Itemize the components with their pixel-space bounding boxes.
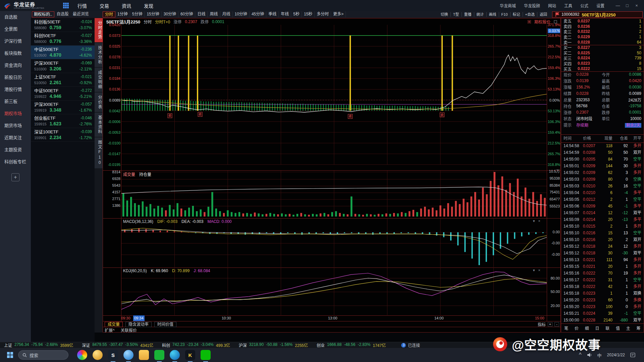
- watchlist-row[interactable]: 科创50ETF-0.0275880000.776-3.36%: [31, 32, 95, 46]
- speaker-icon[interactable]: [587, 353, 592, 357]
- order-book-row[interactable]: 卖二0.02291: [561, 34, 644, 40]
- sidebar-item[interactable]: 板块指数: [0, 47, 31, 59]
- sidebar-item[interactable]: 沪深行情: [0, 35, 31, 47]
- period-button[interactable]: 更多>: [331, 11, 346, 17]
- watchlist-tab[interactable]: 期权标的..: [32, 11, 54, 17]
- panel-tab[interactable]: 笔: [564, 325, 568, 331]
- panel-tab[interactable]: 日: [595, 325, 599, 331]
- top-menu-item[interactable]: 行情: [77, 2, 87, 9]
- sidebar-item[interactable]: 期货市场: [0, 120, 31, 132]
- watchlist-row[interactable]: 沪深300ETF-0.0695103003.206-2.11%: [31, 59, 95, 73]
- panel-tab[interactable]: 细: [585, 325, 589, 331]
- order-book-row[interactable]: 卖三0.02322: [561, 29, 644, 35]
- watchlist-tab[interactable]: 最近浏览: [71, 11, 91, 17]
- windows-start-button[interactable]: [3, 352, 17, 358]
- period-button[interactable]: 30分钟: [162, 11, 178, 17]
- zoom-out-button[interactable]: -: [554, 322, 559, 326]
- period-button[interactable]: 15分钟: [145, 11, 161, 17]
- chart-action-button[interactable]: 统计: [474, 12, 487, 17]
- wechat-icon[interactable]: [201, 350, 211, 360]
- add-section-button[interactable]: +: [11, 173, 19, 181]
- order-book-row[interactable]: 买四0.02238: [561, 61, 644, 66]
- period-button[interactable]: 日线: [195, 11, 208, 17]
- chart-action-button[interactable]: +自选: [523, 12, 537, 17]
- panel-tab[interactable]: 价: [575, 325, 579, 331]
- close-icon[interactable]: ×: [632, 3, 641, 8]
- gold-app-icon[interactable]: [93, 350, 103, 360]
- top-link[interactable]: 工具: [564, 3, 572, 8]
- order-book-row[interactable]: 买五0.022215: [561, 66, 644, 71]
- top-link[interactable]: 华龙投顾: [524, 3, 540, 8]
- browser-icon[interactable]: [123, 350, 133, 360]
- watchlist-row[interactable]: 创业板ETF-0.0461599151.623-2.76%: [31, 114, 95, 128]
- edge-browser-icon[interactable]: [170, 350, 180, 360]
- panel-tab[interactable]: 联: [605, 325, 609, 331]
- period-button[interactable]: 分时: [103, 11, 115, 17]
- indicator-menu-label[interactable]: 指标: [538, 321, 546, 327]
- top-menu-item[interactable]: 发现: [144, 2, 153, 9]
- view-tab[interactable]: 分价表: [95, 93, 103, 112]
- period-button[interactable]: 月线: [220, 11, 233, 17]
- top-link[interactable]: 设置: [596, 3, 604, 8]
- order-book-row[interactable]: 卖一0.022864: [561, 40, 644, 45]
- notification-icon[interactable]: [630, 353, 635, 357]
- watchlist-tab[interactable]: 自选股: [55, 11, 70, 17]
- sidebar-item[interactable]: 资金流向: [0, 59, 31, 71]
- panel-tab[interactable]: 主: [626, 325, 630, 331]
- period-button[interactable]: 15秒: [302, 11, 315, 17]
- period-button[interactable]: 周线: [208, 11, 220, 17]
- sidebar-item[interactable]: 全景图: [0, 23, 31, 35]
- maximize-icon[interactable]: □: [623, 3, 632, 8]
- order-book-row[interactable]: 卖五0.02371: [561, 18, 644, 24]
- period-button[interactable]: 年线: [279, 11, 291, 17]
- view-tab[interactable]: 技术分析: [95, 43, 103, 67]
- sidebar-item[interactable]: 新三板: [0, 96, 31, 108]
- sidebar-item[interactable]: 新股日历: [0, 71, 31, 83]
- expand-tab[interactable]: 扩展^: [105, 327, 115, 333]
- period-button[interactable]: 季线: [266, 11, 279, 17]
- watchlist-row[interactable]: 中证500ETF-0.2721599224.946-5.21%: [31, 87, 95, 101]
- order-book-row[interactable]: 卖四0.02361: [561, 24, 644, 29]
- taskbar-date[interactable]: 2024/1/22: [607, 353, 625, 357]
- watchlist-row[interactable]: 上证50ETF-0.0215100502.261-0.92%: [31, 73, 95, 87]
- chart-action-button[interactable]: 重播: [462, 12, 474, 17]
- sidebar-item[interactable]: 期权市场: [0, 108, 31, 120]
- kline-app-icon[interactable]: K: [185, 350, 195, 360]
- steam-icon[interactable]: S: [108, 350, 118, 360]
- colorful-game-icon[interactable]: [77, 350, 87, 360]
- green-app-icon[interactable]: [154, 350, 164, 360]
- period-button[interactable]: 5分钟: [130, 11, 145, 17]
- period-button[interactable]: 60分钟: [178, 11, 195, 17]
- panel-tab[interactable]: 筹: [637, 325, 641, 331]
- watchlist-row[interactable]: 深证100ETF-0.0391599012.234-1.72%: [31, 128, 95, 142]
- view-tab[interactable]: 分时走势: [95, 18, 103, 42]
- chart-action-button[interactable]: T型: [451, 12, 462, 17]
- chart-action-button[interactable]: 标记: [511, 12, 523, 17]
- period-button[interactable]: 10分钟: [233, 11, 250, 17]
- collapse-icon[interactable]: ▾: [533, 268, 535, 273]
- order-book-row[interactable]: 买三0.0224739: [561, 56, 644, 61]
- sidebar-item[interactable]: 近期关注: [0, 132, 31, 144]
- sidebar-item[interactable]: 港股行情: [0, 83, 31, 96]
- chart-action-button[interactable]: 返回: [537, 12, 549, 17]
- period-button[interactable]: 多分时: [315, 11, 331, 17]
- indicator-tab[interactable]: 成交量: [105, 322, 123, 327]
- view-tab[interactable]: 基本资料: [95, 113, 103, 137]
- period-button[interactable]: 1分钟: [115, 11, 130, 17]
- sidebar-item[interactable]: 主题投资: [0, 144, 31, 156]
- folder-icon[interactable]: [139, 350, 149, 360]
- indicator-tab[interactable]: 时间价值: [154, 322, 176, 327]
- collapse-icon[interactable]: ▾: [533, 219, 535, 223]
- close-pane-icon[interactable]: ×: [538, 219, 540, 223]
- top-link[interactable]: 网站: [548, 3, 556, 8]
- order-book-row[interactable]: 买二0.022550: [561, 50, 644, 56]
- top-link[interactable]: 华龙商城: [500, 3, 516, 8]
- zoom-in-button[interactable]: +: [548, 322, 552, 326]
- view-tab[interactable]: 成交明细: [95, 68, 103, 92]
- chart-action-button[interactable]: 画线: [487, 12, 499, 17]
- watchlist-row[interactable]: 中证500ETF-0.2365105004.870-4.62%: [31, 46, 95, 59]
- minimize-icon[interactable]: —: [613, 3, 623, 8]
- panel-tab[interactable]: 值: [616, 325, 620, 331]
- indicator-tab[interactable]: 隐含波动率: [125, 322, 152, 327]
- option-quote-button[interactable]: 期权报价: [534, 19, 550, 24]
